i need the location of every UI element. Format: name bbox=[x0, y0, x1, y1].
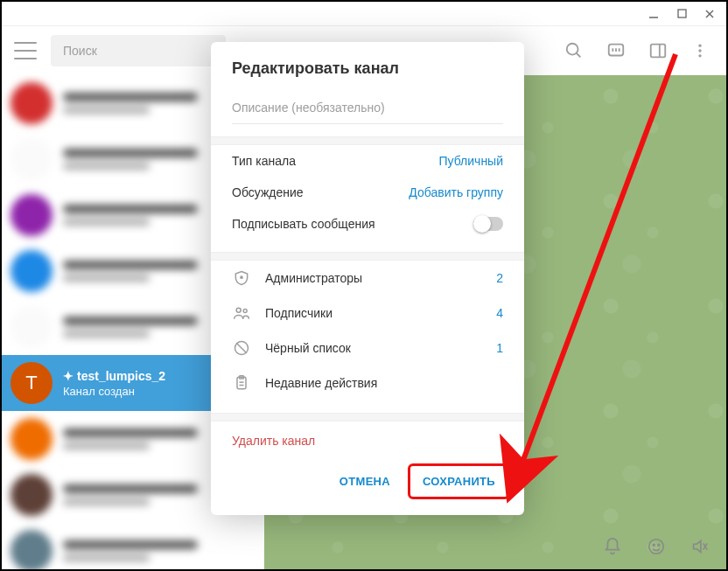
svg-line-5 bbox=[577, 53, 581, 58]
blacklist-row[interactable]: Чёрный список 1 bbox=[211, 331, 524, 366]
svg-point-17 bbox=[658, 544, 660, 546]
search-input[interactable]: Поиск bbox=[51, 35, 226, 66]
avatar: T bbox=[10, 362, 52, 404]
row-label: Администраторы bbox=[265, 271, 362, 285]
svg-line-24 bbox=[236, 343, 247, 353]
blacklist-count: 1 bbox=[496, 341, 503, 355]
description-input[interactable]: Описание (необязательно) bbox=[232, 101, 503, 124]
chat-input-bar bbox=[602, 536, 710, 557]
channel-type-row[interactable]: Тип канала Публичный bbox=[211, 145, 524, 177]
svg-point-4 bbox=[567, 44, 578, 55]
row-label: Подписывать сообщения bbox=[232, 217, 375, 231]
discussion-row[interactable]: Обсуждение Добавить группу bbox=[211, 177, 524, 208]
search-icon[interactable] bbox=[560, 41, 588, 60]
row-label: Чёрный список bbox=[265, 341, 351, 355]
svg-rect-1 bbox=[678, 10, 686, 17]
subscribers-count: 4 bbox=[496, 306, 503, 320]
window-close-button[interactable] bbox=[704, 8, 716, 20]
people-icon bbox=[232, 304, 251, 322]
row-label: Обсуждение bbox=[232, 185, 304, 199]
svg-point-22 bbox=[243, 310, 247, 313]
admins-count: 2 bbox=[496, 271, 503, 285]
svg-point-21 bbox=[236, 308, 241, 312]
clipboard-icon bbox=[232, 374, 251, 392]
ban-icon bbox=[232, 339, 251, 357]
svg-point-14 bbox=[698, 54, 701, 57]
recent-actions-row[interactable]: Недавние действия bbox=[211, 366, 524, 400]
subscribers-row[interactable]: Подписчики 4 bbox=[211, 296, 524, 331]
emoji-icon[interactable] bbox=[646, 536, 667, 557]
shield-icon bbox=[232, 269, 251, 287]
svg-point-20 bbox=[241, 276, 242, 278]
notifications-icon[interactable] bbox=[602, 536, 623, 557]
sign-messages-toggle[interactable] bbox=[473, 217, 503, 231]
window-maximize-button[interactable] bbox=[676, 8, 688, 20]
cancel-button[interactable]: ОТМЕНА bbox=[327, 463, 402, 499]
edit-channel-dialog: Редактировать канал Описание (необязател… bbox=[211, 42, 524, 515]
window-minimize-button[interactable] bbox=[648, 8, 660, 20]
row-label: Тип канала bbox=[232, 154, 296, 168]
row-label: Недавние действия bbox=[265, 376, 377, 390]
dialog-title: Редактировать канал bbox=[211, 42, 524, 87]
app-window: Поиск T ✦test_lumpics_2 Ка bbox=[0, 0, 728, 571]
delete-channel-link[interactable]: Удалить канал bbox=[211, 421, 524, 453]
window-titlebar bbox=[2, 2, 726, 26]
mute-icon[interactable] bbox=[690, 536, 710, 557]
chat-list-item[interactable] bbox=[2, 523, 264, 569]
sign-messages-row: Подписывать сообщения bbox=[211, 208, 524, 240]
more-icon[interactable] bbox=[686, 42, 714, 59]
row-label: Подписчики bbox=[265, 306, 332, 320]
svg-point-12 bbox=[698, 45, 701, 47]
comments-icon[interactable] bbox=[602, 41, 630, 60]
svg-point-13 bbox=[698, 49, 701, 52]
channel-type-value: Публичный bbox=[438, 154, 503, 168]
discussion-value: Добавить группу bbox=[409, 185, 503, 199]
administrators-row[interactable]: Администраторы 2 bbox=[211, 261, 524, 296]
svg-rect-10 bbox=[651, 45, 666, 58]
svg-point-15 bbox=[649, 540, 664, 554]
channel-icon: ✦ bbox=[63, 369, 74, 383]
chat-title: test_lumpics_2 bbox=[77, 369, 165, 383]
svg-point-16 bbox=[653, 544, 654, 546]
menu-button[interactable] bbox=[14, 42, 37, 59]
save-button[interactable]: СОХРАНИТЬ bbox=[408, 463, 510, 499]
sidepanel-icon[interactable] bbox=[644, 41, 672, 60]
